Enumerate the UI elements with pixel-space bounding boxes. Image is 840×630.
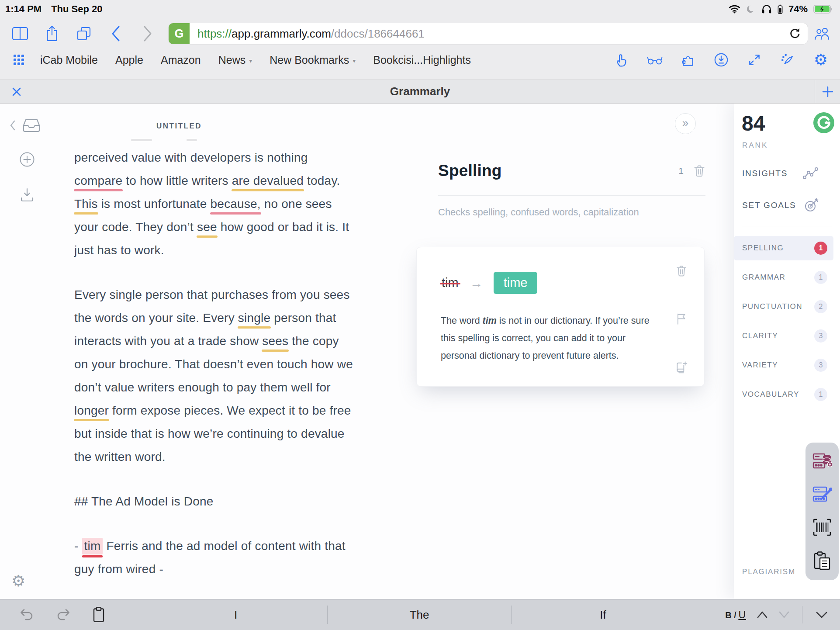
suggestion-card: tim → time The word tim is not in our di… xyxy=(416,247,705,387)
download-document-icon[interactable] xyxy=(20,187,35,202)
bookmarks-grid-icon[interactable] xyxy=(13,54,24,66)
emphasized-word: tim xyxy=(483,315,497,326)
back-icon[interactable] xyxy=(107,25,124,42)
fullscreen-expand-icon[interactable] xyxy=(746,51,763,69)
chevron-down-icon[interactable] xyxy=(778,610,790,620)
new-tab-plus-icon[interactable] xyxy=(815,80,840,103)
text-segment: Every single person that purchases from … xyxy=(74,288,350,301)
grammarly-logo[interactable] xyxy=(813,112,834,133)
doc-paragraph[interactable]: Every single person that purchases from … xyxy=(74,283,353,468)
text-line: the words on your site. Every single per… xyxy=(74,306,353,329)
magic-wand-icon[interactable] xyxy=(779,51,796,69)
tab-title[interactable]: Grammarly xyxy=(0,85,840,98)
alert-yellow-highlight[interactable]: are devalued xyxy=(232,174,304,187)
bookmark-label: New Bookmarks xyxy=(270,54,349,66)
collapse-panel-button[interactable]: » xyxy=(675,113,696,134)
text-line: the written word. xyxy=(74,445,353,468)
bookmark-label: iCab Mobile xyxy=(40,54,98,66)
sidebar-item-punctuation[interactable]: PUNCTUATION2 xyxy=(734,294,833,319)
sidebar-item-vocabulary[interactable]: VOCABULARY1 xyxy=(734,382,833,407)
prediction-suggestion[interactable]: I xyxy=(144,599,327,630)
editor-settings-gear-icon[interactable]: ⚙ xyxy=(11,572,25,590)
document-text[interactable]: perceived value with developers is nothi… xyxy=(74,146,353,599)
dismiss-all-trash-icon[interactable] xyxy=(693,164,705,177)
bookmark-item[interactable]: New Bookmarks▾ xyxy=(270,54,356,66)
doc-paragraph[interactable]: perceived value with developers is nothi… xyxy=(74,146,353,262)
text-line: compare to how little writers are devalu… xyxy=(74,169,353,192)
delete-alert-trash-icon[interactable] xyxy=(676,265,687,277)
text-segment: today. xyxy=(304,174,340,187)
sidebar-item-variety[interactable]: VARIETY3 xyxy=(734,353,833,377)
sidebar-item-clarity[interactable]: CLARITY3 xyxy=(734,324,833,348)
database-autofill-icon[interactable] xyxy=(812,452,832,471)
address-bar[interactable]: G https://app.grammarly.com/ddocs/186644… xyxy=(169,23,808,44)
sidebar-item-insights[interactable]: INSIGHTS xyxy=(734,161,833,186)
hand-pointer-icon[interactable] xyxy=(613,51,630,69)
sidebar-item-plagiarism[interactable]: PLAGIARISM xyxy=(742,568,795,576)
panel-subtitle: Checks spelling, confused words, capital… xyxy=(438,207,639,218)
tabs-icon[interactable] xyxy=(75,25,93,42)
shared-tabs-people-icon[interactable] xyxy=(814,25,831,42)
clipboard-notes-icon[interactable] xyxy=(813,551,831,571)
bookmark-item[interactable]: News▾ xyxy=(218,54,252,66)
forward-icon[interactable] xyxy=(139,25,156,42)
text-line: on your brochure. That doesn’t even touc… xyxy=(74,353,353,376)
category-count-badge: 2 xyxy=(814,300,827,313)
alert-yellow-highlight[interactable]: This xyxy=(74,197,98,211)
text-line: - tim Ferris and the ad model of content… xyxy=(74,534,353,557)
format-biu-button[interactable]: BIU xyxy=(725,609,746,621)
flag-alert-icon[interactable] xyxy=(676,313,687,325)
reload-icon[interactable] xyxy=(788,27,802,40)
text-line: interacts with you at a trade show sees … xyxy=(74,329,353,353)
alert-yellow-highlight[interactable]: longer xyxy=(74,404,109,417)
add-to-dictionary-icon[interactable] xyxy=(675,361,688,374)
text-segment: personal dictionary to prevent future al… xyxy=(441,350,619,361)
form-filler-pencil-icon[interactable] xyxy=(812,486,832,503)
bookmark-item[interactable]: iCab Mobile xyxy=(40,54,98,66)
share-icon[interactable] xyxy=(43,25,61,42)
alert-pink-highlight[interactable]: compare xyxy=(74,174,122,187)
do-not-disturb-moon-icon xyxy=(746,4,756,14)
text-line: this spelling is correct, you can add it… xyxy=(441,329,650,347)
back-chevron-icon[interactable] xyxy=(10,120,16,131)
undo-icon[interactable] xyxy=(19,608,34,622)
chevron-up-icon[interactable] xyxy=(757,610,768,620)
alert-yellow-highlight[interactable]: see xyxy=(197,220,217,234)
safari-toolbar: G https://app.grammarly.com/ddocs/186644… xyxy=(0,17,840,50)
sidebar-item-spelling[interactable]: SPELLING1 xyxy=(734,236,833,260)
paste-clipboard-icon[interactable] xyxy=(93,607,105,623)
puzzle-extension-icon[interactable] xyxy=(679,51,697,69)
category-label: CLARITY xyxy=(742,332,778,340)
new-document-plus-icon[interactable] xyxy=(19,152,35,167)
text-segment: form expose pieces. We expect it to be f… xyxy=(109,404,351,417)
browser-settings-gear-icon[interactable]: ⚙ xyxy=(812,51,830,69)
prediction-bar: ITheIf xyxy=(144,599,695,630)
status-bar: 1:14 PM Thu Sep 20 74% xyxy=(0,0,840,17)
bookmark-item[interactable]: Apple xyxy=(115,54,143,66)
bookmark-item[interactable]: Amazon xyxy=(161,54,201,66)
alert-pink-highlight[interactable]: because, xyxy=(211,197,261,211)
barcode-scanner-icon[interactable] xyxy=(813,519,831,536)
accept-suggestion-button[interactable]: time xyxy=(494,272,538,294)
download-circle-icon[interactable] xyxy=(712,51,730,69)
sidebar-item-grammar[interactable]: GRAMMAR1 xyxy=(734,265,833,290)
bookmark-item[interactable]: Bookcisi...Highlights xyxy=(373,54,471,66)
doc-title[interactable]: UNTITLED xyxy=(74,122,284,131)
doc-paragraph[interactable]: ## The Ad Model is Done xyxy=(74,490,353,513)
bookmark-label: Bookcisi...Highlights xyxy=(373,54,471,66)
documents-tray-icon[interactable] xyxy=(22,118,41,133)
alert-yellow-highlight[interactable]: single xyxy=(238,311,270,325)
dismiss-keyboard-icon[interactable] xyxy=(815,609,829,620)
doc-paragraph[interactable]: - tim Ferris and the ad model of content… xyxy=(74,534,353,581)
tab-bar: Grammarly xyxy=(0,80,840,104)
prediction-suggestion[interactable]: The xyxy=(328,599,511,630)
text-segment: this spelling is correct, you can add it… xyxy=(441,333,626,343)
alert-alert-highlight[interactable]: tim xyxy=(82,538,103,554)
prediction-suggestion[interactable]: If xyxy=(512,599,695,630)
alert-yellow-highlight[interactable]: sees xyxy=(262,334,288,348)
redo-icon[interactable] xyxy=(56,608,71,622)
sidebar-item-set-goals[interactable]: SET GOALS xyxy=(734,193,833,218)
reader-icon[interactable] xyxy=(11,25,29,42)
category-count-badge: 3 xyxy=(814,329,827,343)
eyeglasses-icon[interactable] xyxy=(646,51,664,69)
